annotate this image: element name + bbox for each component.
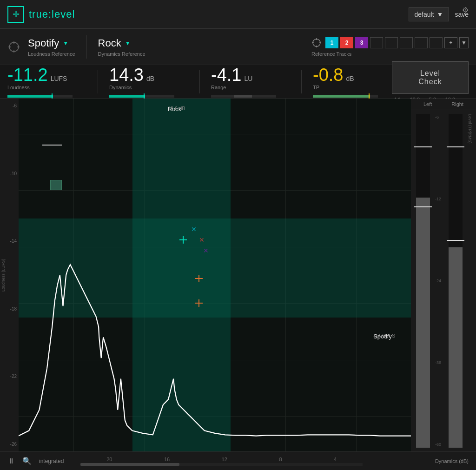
range-meter-group: -4.1 LU Range [211,66,290,98]
dynamics-meter-group: 14.3 dB Dynamics [109,66,188,98]
right-y-neg60: -60 [435,442,443,447]
right-panel: Left Right -6 -12 -24 -36 -60 [411,99,476,451]
dynamics-number: 14.3 [109,66,144,84]
orange-cross-2 [195,299,203,307]
right-meter-bar [447,114,464,448]
ref-marker-2: ✕ [199,236,205,244]
app-title: true:level [29,8,75,20]
dynamics-slider-handle [144,93,145,99]
loudness-slider[interactable] [7,95,73,98]
tp-label: TP [313,85,378,90]
ref-track-empty-4 [415,37,428,48]
tp-number: -0.8 [313,66,343,84]
dynamics-ref-value: Rock [98,37,121,49]
y-label-14: -14 [2,238,17,244]
right-tick-mid [447,240,464,241]
controls-bar: Spotify ▼ Loudness Reference Rock ▼ Dyna… [0,29,476,65]
left-meter-bar [415,114,431,448]
controls-left: Spotify ▼ Loudness Reference Rock ▼ Dyna… [7,35,145,59]
range-slider[interactable] [211,95,276,98]
ref-track-add-btn[interactable]: + [444,37,457,48]
ref-track-empty-2 [385,37,398,48]
svg-point-5 [313,39,320,46]
tp-slider-handle [369,93,370,99]
gear-icon[interactable]: ⚙ [462,6,469,14]
waveform-svg [19,99,411,451]
loudness-ref-label: Loudness Reference [28,51,75,57]
left-tick-mid [414,206,432,207]
main-area: Loudness (LUFS) -6 -10 -14 -18 -22 -26 R… [0,99,476,451]
search-button[interactable]: 🔍 [22,457,32,465]
ref-marker-1: ✕ [191,225,197,233]
right-y-neg6: -6 [435,115,443,119]
preset-dropdown[interactable]: default ▼ [409,7,450,21]
level-check-area: Level Check -4.1 -13.3 -5.9 -13.9 [392,61,469,102]
chart-area: Rock 12.6 dB Spotify -14 LUFS ✕ ✕ ✕ [19,99,411,451]
logo-icon [7,6,24,23]
ref-track-btn-3[interactable]: 3 [355,37,368,48]
x-labels-row: 20 16 12 8 4 [80,457,363,462]
logo: true:level [7,6,75,23]
ref-tracks-label: Reference Tracks [311,51,469,57]
range-value: -4.1 LU [211,66,276,84]
orange-cross-1 [195,275,203,282]
ref-tracks-buttons: 1 2 3 + ▼ [325,37,469,48]
range-number: -4.1 [211,66,241,84]
header: true:level default ▼ save ⚙ [0,0,476,29]
pause-button[interactable]: ⏸ [7,457,15,465]
meters-bar: -11.2 LUFS Loudness 14.3 dB Dynamics [0,65,476,99]
ref-crosshair-icon [311,38,322,48]
dynamics-ref-label: Dynamics Reference [98,51,145,57]
divider-2 [98,70,98,93]
right-meter-label: Right [451,101,463,107]
right-tick-top [447,146,464,147]
scrollbar-track[interactable] [80,463,363,466]
ref-track-btn-1[interactable]: 1 [325,37,338,48]
header-right: default ▼ save [409,7,469,21]
dynamics-ref-group: Rock ▼ Dynamics Reference [98,37,145,57]
ref-track-empty-5 [430,37,443,48]
left-meter-label: Left [423,101,432,107]
loudness-ref-arrow: ▼ [63,40,68,46]
mode-label: integrated [39,458,64,464]
dynamics-slider[interactable] [109,95,174,98]
x-axis-area: 20 16 12 8 4 [80,457,428,466]
ref-tracks-section: 1 2 3 + ▼ Reference Tracks [311,37,469,57]
dynamics-slider-fill [109,95,145,98]
dynamics-ref-dropdown[interactable]: Rock ▼ [98,37,145,49]
loudness-number: -11.2 [7,66,48,84]
loudness-value: -11.2 LUFS [7,66,73,84]
divider-4 [301,70,302,93]
divider-3 [199,70,200,93]
left-bar-track [416,114,430,448]
ref-marker-3: ✕ [203,247,209,254]
loudness-slider-fill [7,95,53,98]
dynamics-ref-arrow: ▼ [125,40,131,46]
preset-arrow: ▼ [437,11,443,18]
right-panel-header: Left Right [411,99,476,110]
tp-value: -0.8 dB [313,66,378,84]
left-bar-fill [416,198,430,448]
ref-tracks-dropdown-btn[interactable]: ▼ [459,37,469,48]
loudness-ref-dropdown[interactable]: Spotify ▼ [28,37,75,49]
dynamics-label: Dynamics (dB) [435,458,469,464]
level-title: Level (TP|RMS) [468,114,472,448]
level-check-button[interactable]: Level Check [392,61,469,94]
dynamics-value: 14.3 dB [109,66,174,84]
right-y-neg36: -36 [435,360,443,365]
scrollbar-thumb[interactable] [80,463,179,466]
tp-slider[interactable] [313,95,378,98]
range-unit: LU [244,75,252,82]
loudness-unit: LUFS [51,75,67,82]
y-axis: Loudness (LUFS) -6 -10 -14 -18 -22 -26 [0,99,19,451]
range-label: Range [211,85,276,90]
dynamics-label: Dynamics [109,85,174,90]
y-label-10: -10 [2,171,17,176]
histogram-bar [50,180,62,191]
dynamics-unit: dB [146,75,154,82]
tp-meter-group: -0.8 dB TP [313,66,392,98]
ref-track-btn-2[interactable]: 2 [340,37,353,48]
tp-slider-fill [313,95,370,98]
loudness-ref-group: Spotify ▼ Loudness Reference [28,37,75,57]
loudness-slider-handle [52,93,53,99]
